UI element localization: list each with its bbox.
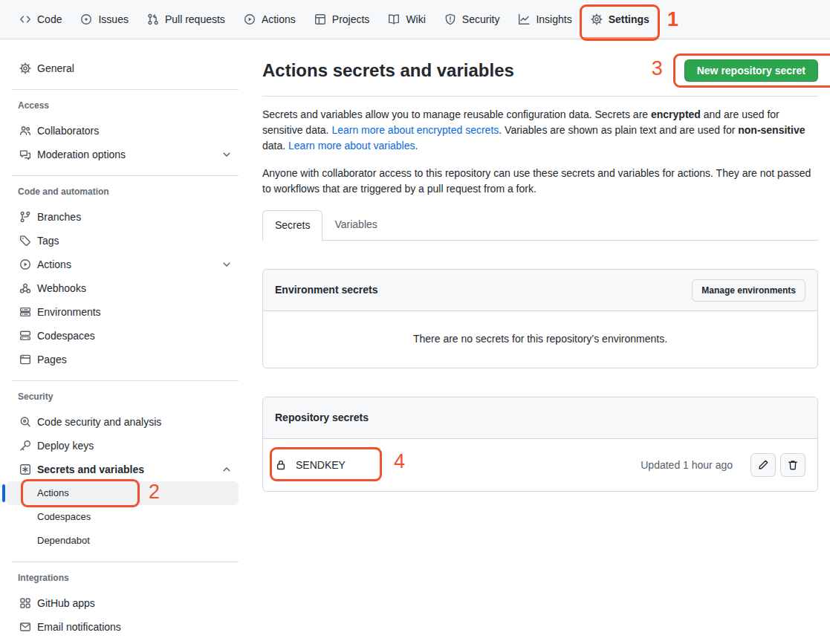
github-repo-settings-page: Code Issues Pull requests Actions Projec… [0, 0, 830, 644]
tab-variables[interactable]: Variables [322, 210, 389, 240]
sidebar-item-label: Code security and analysis [37, 414, 233, 430]
environment-secrets-card: Environment secrets Manage environments … [262, 269, 818, 368]
description-bold: encrypted [651, 108, 701, 120]
sidebar-item-tags[interactable]: Tags [6, 229, 239, 253]
sidebar-item-code-security[interactable]: Code security and analysis [6, 410, 239, 434]
tab-secrets[interactable]: Secrets [262, 210, 322, 241]
webhook-icon [19, 282, 31, 294]
apps-icon [19, 597, 31, 609]
sidebar-divider [12, 562, 239, 562]
nav-tab-label: Projects [332, 12, 370, 27]
table-icon [314, 13, 326, 25]
sidebar-item-label: GitHub apps [37, 596, 233, 611]
book-icon [388, 13, 400, 25]
repository-secrets-header: Repository secrets [263, 397, 817, 439]
sidebar-section-security: Security [18, 390, 239, 403]
page-title: Actions secrets and variables [262, 57, 514, 84]
nav-tab-actions[interactable]: Actions [242, 0, 297, 39]
nav-tab-projects[interactable]: Projects [313, 0, 372, 39]
secrets-variables-tabnav: Secrets Variables [262, 210, 818, 241]
graph-icon [518, 13, 530, 25]
issue-opened-icon [80, 13, 92, 25]
main-content: Actions secrets and variables New reposi… [250, 39, 830, 492]
sidebar-section-access: Access [18, 99, 239, 112]
sidebar-item-secrets-and-variables[interactable]: Secrets and variables [6, 458, 239, 481]
sidebar-item-label: Codespaces [37, 328, 233, 344]
description-text: data. [262, 140, 288, 152]
sidebar-section-code-and-automation: Code and automation [18, 185, 239, 198]
sidebar-subitem-codespaces[interactable]: Codespaces [6, 505, 239, 529]
environment-secrets-header: Environment secrets Manage environments [263, 270, 817, 311]
sidebar-subitem-dependabot[interactable]: Dependabot [6, 529, 239, 553]
manage-environments-button[interactable]: Manage environments [692, 279, 805, 302]
sidebar-item-label: Collaborators [37, 123, 233, 139]
nav-tab-label: Insights [536, 12, 571, 27]
nav-tab-issues[interactable]: Issues [79, 0, 129, 39]
codespaces-icon [19, 330, 31, 342]
edit-secret-button[interactable] [750, 453, 776, 477]
sidebar-item-general[interactable]: General [6, 56, 239, 80]
sidebar-subitem-label: Actions [37, 486, 69, 501]
nav-tab-wiki[interactable]: Wiki [386, 0, 427, 39]
nav-tab-code[interactable]: Code [18, 0, 63, 39]
sidebar-item-github-apps[interactable]: GitHub apps [6, 591, 239, 615]
chevron-down-icon [221, 258, 233, 270]
sidebar-item-label: Environments [37, 305, 233, 320]
secret-row-sendkey: SENDKEY 4 Updated 1 hour ago [263, 439, 817, 491]
secret-name-sendkey: SENDKEY 4 [275, 458, 346, 473]
new-repository-secret-button[interactable]: New repository secret [684, 59, 818, 82]
sidebar-item-label: Pages [37, 352, 233, 368]
nav-tab-label: Issues [98, 12, 128, 27]
description-text: . Variables are shown as plain text and … [499, 124, 738, 136]
nav-tab-security[interactable]: Security [443, 0, 502, 39]
sidebar-item-label: Actions [37, 257, 215, 273]
sidebar-item-environments[interactable]: Environments [6, 300, 239, 324]
play-icon [244, 13, 256, 25]
repository-secrets-title: Repository secrets [275, 410, 369, 426]
sidebar-item-label: Branches [37, 209, 233, 225]
learn-more-encrypted-secrets-link[interactable]: Learn more about encrypted secrets [331, 124, 499, 136]
repository-secrets-card: Repository secrets SENDKEY 4 Updated 1 h… [262, 397, 818, 492]
repo-nav: Code Issues Pull requests Actions Projec… [0, 0, 830, 39]
nav-tab-label: Security [462, 12, 500, 27]
nav-tab-label: Settings [609, 12, 649, 27]
active-tab-underline [582, 37, 658, 39]
sidebar-item-actions[interactable]: Actions [6, 253, 239, 276]
people-icon [19, 125, 31, 137]
sidebar-item-branches[interactable]: Branches [6, 205, 239, 229]
secret-actions [750, 453, 805, 477]
page-header: Actions secrets and variables New reposi… [262, 57, 818, 97]
sidebar-divider [12, 89, 239, 90]
sidebar-item-collaborators[interactable]: Collaborators [6, 119, 239, 143]
nav-tab-insights[interactable]: Insights [516, 0, 573, 39]
sidebar-item-moderation-options[interactable]: Moderation options [6, 143, 239, 166]
nav-tab-pull-requests[interactable]: Pull requests [146, 0, 227, 39]
nav-tab-label: Code [37, 12, 62, 27]
description-paragraph-2: Anyone with collaborator access to this … [262, 166, 818, 197]
sidebar-item-pages[interactable]: Pages [6, 348, 239, 371]
sidebar-item-codespaces[interactable]: Codespaces [6, 324, 239, 348]
learn-more-variables-link[interactable]: Learn more about variables [288, 140, 415, 152]
comment-discussion-icon [19, 149, 31, 160]
description-bold: non-sensitive [738, 124, 805, 136]
sidebar-item-label: Webhooks [37, 281, 233, 296]
sidebar-item-webhooks[interactable]: Webhooks [6, 276, 239, 300]
shield-icon [444, 13, 456, 25]
nav-tab-settings[interactable]: Settings 1 [589, 0, 651, 39]
sidebar-subitem-label: Dependabot [37, 533, 90, 548]
annotation-number-2: 2 [149, 481, 160, 503]
delete-secret-button[interactable] [780, 453, 805, 477]
sidebar-item-label: Secrets and variables [37, 462, 215, 478]
sidebar-item-email-notifications[interactable]: Email notifications [6, 615, 239, 639]
sidebar-item-label: General [37, 61, 233, 77]
code-icon [19, 13, 31, 25]
key-icon [19, 440, 31, 452]
secret-updated-text: Updated 1 hour ago [641, 458, 733, 473]
sidebar-divider [12, 175, 239, 176]
sidebar-item-deploy-keys[interactable]: Deploy keys [6, 434, 239, 458]
active-item-bar [2, 484, 5, 502]
pencil-icon [757, 459, 769, 471]
git-branch-icon [19, 211, 31, 223]
nav-tab-label: Pull requests [165, 12, 225, 27]
sidebar-subitem-actions[interactable]: Actions 2 [6, 481, 239, 505]
